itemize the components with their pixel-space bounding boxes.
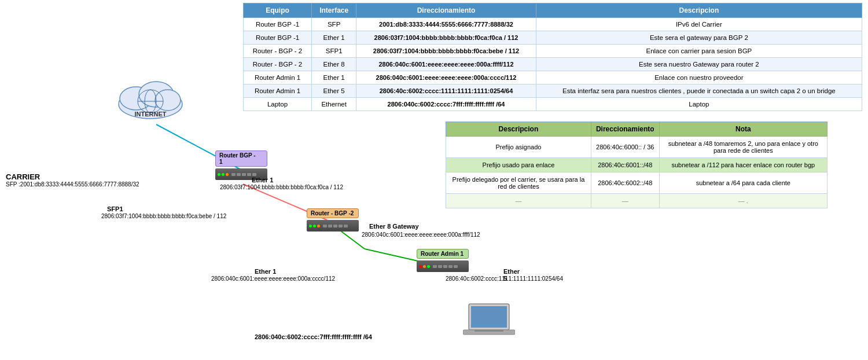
- bgp2-sfp1-ip: 2806:03f7:1004:bbbb:bbbb:bbbb:f0ca:bebe …: [101, 213, 226, 219]
- col2-header-descripcion: Descripcion: [446, 122, 591, 137]
- table-row: Prefijo delegado por el carrier, se usar…: [446, 172, 827, 194]
- diagram-section: INTERNET CARRIER SFP :2001:db8:3333:4444…: [0, 0, 440, 360]
- second-table-section: Descripcion Direccionamiento Nota Prefij…: [446, 122, 827, 208]
- laptop-svg: [463, 301, 515, 341]
- bgp2-sfp1-label: SFP1: [107, 205, 123, 212]
- col-header-descripcion: Descripcion: [536, 3, 862, 18]
- bgp2-ether8-label: Ether 8 Gateway: [369, 223, 419, 230]
- router-bgp1: Router BGP -1: [215, 150, 267, 180]
- second-table: Descripcion Direccionamiento Nota Prefij…: [446, 122, 827, 208]
- col2-header-nota: Nota: [659, 122, 827, 137]
- admin1-ether5-ip: 2806:40c:6002:cccc:1111:1111:1111:0254/6…: [446, 275, 563, 282]
- router-admin1: Router Admin 1: [417, 249, 469, 272]
- table-cell-descripcion: Esta interfaz sera para nuestros cliente…: [536, 85, 862, 98]
- table-row: Prefijo asignado2806:40c:6000:: / 36subn…: [446, 137, 827, 158]
- svg-text:INTERNET: INTERNET: [135, 111, 167, 117]
- admin1-ether1-label: Ether 1: [255, 268, 276, 275]
- bgp1-ether1-label: Ether 1: [252, 177, 273, 183]
- svg-line-2: [341, 232, 365, 249]
- second-table-cell-direccionamiento: 2806:40c:6000:: / 36: [591, 137, 659, 158]
- bgp2-ether8-ip: 2806:040c:6001:eeee:eeee:eeee:000a:ffff/…: [362, 232, 480, 238]
- second-table-cell-nota: subnetear a /64 para cada cliente: [659, 172, 827, 194]
- table-row: ——— .: [446, 194, 827, 208]
- router-bgp2: Router - BGP -2: [307, 208, 359, 232]
- router-bgp2-label: Router - BGP -2: [307, 208, 359, 218]
- table-row: Prefijo usado para enlace2806:40c:6001::…: [446, 158, 827, 172]
- svg-rect-15: [471, 306, 507, 328]
- laptop-icon: [463, 301, 515, 343]
- second-table-cell-descripcion: —: [446, 194, 591, 208]
- second-table-cell-nota: subnetear a /112 para hacer enlace con r…: [659, 158, 827, 172]
- bgp1-ether1-ip: 2806:03f7:1004:bbbb:bbbb:bbbb:f0ca:f0ca …: [220, 184, 343, 190]
- table-cell-descripcion: Laptop: [536, 98, 862, 111]
- second-table-cell-direccionamiento: 2806:40c:6002::/48: [591, 172, 659, 194]
- table-cell-descripcion: IPv6 del Carrier: [536, 18, 862, 31]
- table-cell-descripcion: Este sera nuestro Gateway para router 2: [536, 58, 862, 71]
- second-table-cell-descripcion: Prefijo usado para enlace: [446, 158, 591, 172]
- second-table-cell-direccionamiento: —: [591, 194, 659, 208]
- second-table-cell-nota: subnetear a /48 tomaremos 2, uno para en…: [659, 137, 827, 158]
- col2-header-direccionamiento: Direccionamiento: [591, 122, 659, 137]
- table-cell-descripcion: Este sera el gateway para BGP 2: [536, 31, 862, 45]
- table-cell-descripcion: Enlace con nuestro proveedor: [536, 71, 862, 85]
- router-admin1-label: Router Admin 1: [417, 249, 469, 259]
- svg-rect-17: [475, 330, 503, 332]
- second-table-cell-descripcion: Prefijo asignado: [446, 137, 591, 158]
- cloud-svg: INTERNET: [113, 72, 188, 122]
- table-cell-descripcion: Enlace con carrier para sesion BGP: [536, 45, 862, 58]
- second-table-cell-direccionamiento: 2806:40c:6001::/48: [591, 158, 659, 172]
- internet-cloud: INTERNET: [113, 72, 188, 123]
- second-table-cell-descripcion: Prefijo delegado por el carrier, se usar…: [446, 172, 591, 194]
- admin1-ether1-ip: 2806:040c:6001:eeee:eeee:eeee:000a:cccc/…: [211, 275, 335, 282]
- laptop-ip-label: 2806:040c:6002:cccc:7fff:ffff:ffff:ffff …: [255, 333, 372, 340]
- carrier-label: CARRIER SFP :2001:db8:3333:4444:5555:666…: [6, 172, 139, 188]
- second-table-cell-nota: — .: [659, 194, 827, 208]
- router-bgp1-label: Router BGP -1: [215, 150, 267, 167]
